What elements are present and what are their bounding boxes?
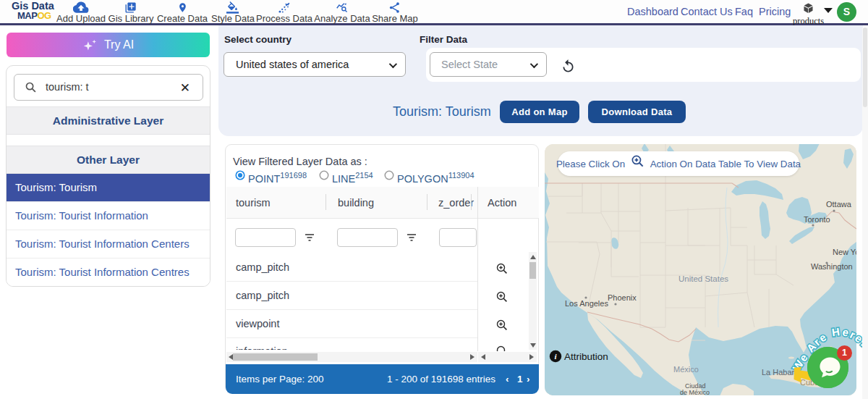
svg-text:México: México <box>673 365 699 374</box>
svg-text:New York: New York <box>833 248 856 256</box>
svg-text:United States: United States <box>678 274 728 283</box>
svg-text:Washington: Washington <box>811 262 853 271</box>
svg-text:Ottawa: Ottawa <box>826 200 852 209</box>
svg-text:de México: de México <box>680 389 710 395</box>
svg-text:Los Angeles: Los Angeles <box>565 299 608 308</box>
svg-text:Phoenix: Phoenix <box>608 293 637 302</box>
svg-text:Toronto: Toronto <box>804 215 830 224</box>
